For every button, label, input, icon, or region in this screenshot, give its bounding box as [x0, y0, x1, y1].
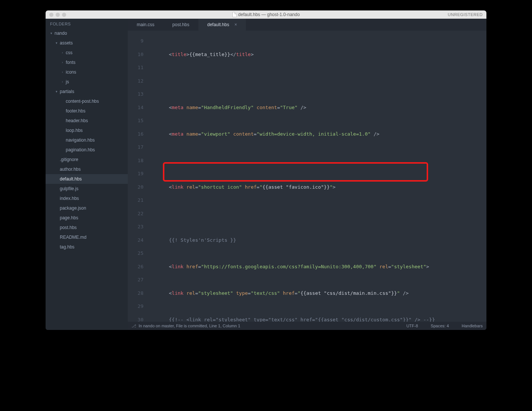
titlebar: default.hbs — ghost-1.0-nando UNREGISTER…: [46, 10, 486, 19]
folder-item[interactable]: ▾partials: [46, 87, 128, 96]
file-item[interactable]: .gitignore: [46, 155, 128, 164]
line-number: 15: [128, 114, 148, 127]
statusbar: ⎇ In nando on master, File is committed,…: [128, 322, 486, 330]
line-number: 24: [128, 234, 148, 247]
tree-item-label: header.hbs: [66, 118, 88, 123]
file-item[interactable]: README.md: [46, 232, 128, 242]
tab[interactable]: main.css: [128, 19, 163, 31]
folder-item[interactable]: ›js: [46, 77, 128, 87]
folder-item[interactable]: ›fonts: [46, 58, 128, 67]
chevron-right-icon: ›: [61, 61, 64, 64]
file-item[interactable]: author.hbs: [46, 164, 128, 174]
tree-item-label: icons: [66, 69, 76, 75]
status-syntax[interactable]: Handlebars: [462, 324, 483, 328]
code-content[interactable]: <title>{{meta_title}}</title> <meta name…: [148, 31, 486, 322]
line-number: 25: [128, 247, 148, 260]
folder-item[interactable]: ›icons: [46, 67, 128, 77]
folder-item[interactable]: ▾assets: [46, 38, 128, 48]
file-item[interactable]: footer.hbs: [46, 106, 128, 116]
line-number: 18: [128, 154, 148, 167]
close-icon[interactable]: ×: [234, 22, 237, 27]
line-number: 28: [128, 287, 148, 300]
line-number: 17: [128, 140, 148, 154]
tree-item-label: tag.hbs: [60, 244, 74, 250]
editor-window: default.hbs — ghost-1.0-nando UNREGISTER…: [46, 10, 486, 330]
tab[interactable]: post.hbs: [163, 19, 198, 31]
tree-item-label: .gitignore: [60, 157, 78, 162]
status-encoding[interactable]: UTF-8: [406, 324, 418, 328]
tree-item-label: content-post.hbs: [66, 99, 99, 104]
line-number: 21: [128, 194, 148, 207]
file-item[interactable]: header.hbs: [46, 116, 128, 126]
tree-item-label: post.hbs: [60, 225, 77, 230]
chevron-down-icon: ▾: [55, 41, 58, 45]
tree-item-label: gulpfile.js: [60, 186, 78, 191]
tree-item-label: partials: [60, 89, 74, 94]
file-item[interactable]: default.hbs: [46, 174, 128, 184]
line-number: 22: [128, 207, 148, 220]
chevron-right-icon: ›: [61, 51, 64, 55]
file-item[interactable]: page.hbs: [46, 213, 128, 223]
tree-item-label: page.hbs: [60, 215, 78, 220]
file-item[interactable]: tag.hbs: [46, 242, 128, 252]
chevron-right-icon: ›: [61, 70, 64, 74]
line-number: 26: [128, 260, 148, 274]
sidebar: FOLDERS ▾nando▾assets›css›fonts›icons›js…: [46, 19, 128, 330]
status-indent[interactable]: Spaces: 4: [431, 324, 449, 328]
line-number: 19: [128, 167, 148, 180]
line-number: 12: [128, 74, 148, 88]
file-item[interactable]: loop.hbs: [46, 126, 128, 135]
line-number: 14: [128, 101, 148, 114]
chevron-right-icon: ›: [61, 80, 64, 84]
file-item[interactable]: content-post.hbs: [46, 96, 128, 106]
tree-item-label: fonts: [66, 60, 75, 65]
tab-label: post.hbs: [172, 22, 189, 27]
tab-label: default.hbs: [207, 22, 229, 27]
tree-item-label: author.hbs: [60, 167, 81, 172]
line-number: 29: [128, 300, 148, 313]
folder-item[interactable]: ▾nando: [46, 28, 128, 38]
tree-item-label: nando: [55, 31, 67, 36]
line-number: 16: [128, 127, 148, 141]
line-number: 20: [128, 180, 148, 194]
chevron-down-icon: ▾: [55, 90, 58, 93]
line-number: 27: [128, 273, 148, 287]
file-item[interactable]: post.hbs: [46, 223, 128, 232]
tree-item-label: css: [66, 50, 72, 55]
tree-item-label: README.md: [60, 235, 86, 240]
tree-item-label: footer.hbs: [66, 108, 86, 114]
file-item[interactable]: package.json: [46, 203, 128, 213]
line-number: 9: [128, 34, 148, 48]
tree-item-label: default.hbs: [60, 176, 82, 182]
tree-item-label: package.json: [60, 206, 86, 211]
file-item[interactable]: pagination.hbs: [46, 145, 128, 155]
editor-area[interactable]: 9101112131415161718192021222324252627282…: [128, 31, 486, 322]
tree-item-label: assets: [60, 40, 73, 46]
tree-item-label: js: [66, 79, 69, 84]
file-item[interactable]: index.hbs: [46, 194, 128, 203]
line-number: 11: [128, 61, 148, 74]
line-number: 10: [128, 48, 148, 61]
status-left[interactable]: In nando on master, File is committed, L…: [139, 324, 240, 328]
line-number-gutter: 9101112131415161718192021222324252627282…: [128, 31, 148, 322]
file-item[interactable]: navigation.hbs: [46, 135, 128, 145]
line-number: 13: [128, 87, 148, 101]
tree-item-label: loop.hbs: [66, 128, 83, 133]
tab[interactable]: default.hbs×: [198, 19, 246, 31]
folder-item[interactable]: ›css: [46, 48, 128, 58]
window-title: default.hbs — ghost-1.0-nando: [46, 12, 486, 17]
file-item[interactable]: gulpfile.js: [46, 184, 128, 194]
line-number: 23: [128, 220, 148, 234]
tree-item-label: navigation.hbs: [66, 137, 95, 143]
tree-item-label: pagination.hbs: [66, 147, 95, 152]
chevron-down-icon: ▾: [49, 31, 53, 35]
sidebar-header: FOLDERS: [46, 19, 128, 28]
tree-item-label: index.hbs: [60, 196, 79, 201]
git-icon: ⎇: [132, 324, 136, 328]
line-number: 30: [128, 313, 148, 322]
tabbar: main.csspost.hbsdefault.hbs×: [128, 19, 486, 31]
folder-tree: ▾nando▾assets›css›fonts›icons›js▾partial…: [46, 28, 128, 256]
file-icon: [232, 12, 237, 17]
tab-label: main.css: [137, 22, 154, 27]
